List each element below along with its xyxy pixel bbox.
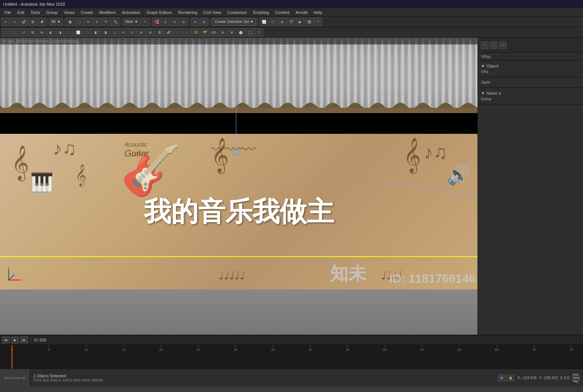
object-section-header[interactable]: ▼ Object xyxy=(481,63,580,69)
toolbar2-btn29[interactable]: ? xyxy=(255,28,263,37)
menu-group[interactable]: Group xyxy=(43,9,61,15)
panel-plus-btn[interactable]: + xyxy=(481,41,488,49)
toolbar2-btn5[interactable]: ⊕ xyxy=(38,28,46,37)
menu-civil-view[interactable]: Civil View xyxy=(200,9,224,15)
toolbar2-btn4[interactable]: ⊞ xyxy=(29,28,37,37)
menu-customize[interactable]: Customize xyxy=(224,9,250,15)
next-frame-btn[interactable]: ⏭ xyxy=(20,337,28,343)
id-watermark: ID: 1181766146 xyxy=(376,272,477,286)
percent-snap[interactable]: % xyxy=(170,18,179,26)
toolbar2-btn16[interactable]: ⊚ xyxy=(137,28,145,37)
sep5 xyxy=(189,18,190,26)
sep6 xyxy=(210,18,210,26)
help-button[interactable]: ? xyxy=(314,18,322,26)
lock-button[interactable]: 🔒 xyxy=(507,375,514,381)
object-section: ▼ Object VRa xyxy=(478,61,583,77)
add-time-tag-btn[interactable]: Add Time Tag xyxy=(572,375,580,381)
toolbar2-btn11[interactable]: ◧ xyxy=(92,28,100,37)
banner-content: 𝄞 ♪♫ 🎹 𝄞 🎸 〰〰〰 𝄞 𝄞 ♪♫ 🔊 ♩♩♩♩♩ ♩♩♩♩ xyxy=(0,134,477,289)
toolbar2-btn3[interactable]: ↺ xyxy=(20,28,28,37)
snap-toggle[interactable]: 🧲 xyxy=(152,18,161,26)
toolbar2-btn2[interactable]: ⬛ xyxy=(11,28,19,37)
toolbar2-btn27[interactable]: ⬤ xyxy=(237,28,245,37)
toolbar2-btn17[interactable]: ⊛ xyxy=(146,28,155,37)
toolbar2-btn23[interactable]: 🌱 xyxy=(200,28,209,37)
redo-button[interactable]: ↪ xyxy=(11,18,19,26)
menu-graph-editors[interactable]: Graph Editors xyxy=(144,9,175,15)
panel-square-btn[interactable]: □ xyxy=(499,41,506,49)
toolbar2-btn22[interactable]: 🌿 xyxy=(191,28,200,37)
toolbar2-btn28[interactable]: ◯ xyxy=(246,28,254,37)
material-editor[interactable]: ◈ xyxy=(278,18,286,26)
viewport[interactable]: [+] [Am_002] [User Defined] [Default Sha… xyxy=(0,38,477,335)
toolbar2-btn8[interactable]: ⛬ xyxy=(65,28,73,37)
play-btn[interactable]: ▶ xyxy=(11,337,19,343)
toolbar2-btn14[interactable]: ☀ xyxy=(119,28,127,37)
sep4 xyxy=(150,18,151,26)
view-dropdown[interactable]: View ▼ xyxy=(123,18,140,26)
view-options-button[interactable]: + xyxy=(141,18,149,26)
link-button[interactable]: 🔗 xyxy=(20,18,28,26)
menu-views[interactable]: Views xyxy=(61,9,78,15)
toolbar2-btn18[interactable]: ⦿ xyxy=(155,28,164,37)
angle-snap[interactable]: ∠ xyxy=(161,18,170,26)
timeline-playhead[interactable] xyxy=(12,345,12,369)
menu-modifiers[interactable]: Modifiers xyxy=(96,9,119,15)
toolbar2-btn19[interactable]: 🔗 xyxy=(164,28,173,37)
timeline-label: 20 xyxy=(159,348,163,352)
toolbar2-btn24[interactable]: HD xyxy=(210,28,218,37)
render-setup[interactable]: 🎬 xyxy=(287,18,295,26)
name-section-header[interactable]: ▼ Name a xyxy=(481,90,580,96)
toolbar2-btn9[interactable]: ⬜ xyxy=(74,28,82,37)
render-frame[interactable]: 🖼 xyxy=(305,18,313,26)
mirror-button[interactable]: ⇔ xyxy=(191,18,199,26)
schematic-view[interactable]: ⬡ xyxy=(269,18,277,26)
menu-rendering[interactable]: Rendering xyxy=(175,9,200,15)
menu-help[interactable]: Help xyxy=(311,9,325,15)
toolbar2-btn7[interactable]: ◑ xyxy=(56,28,64,37)
menu-file[interactable]: File xyxy=(2,9,14,15)
toolbar2-btn12[interactable]: ◨ xyxy=(101,28,109,37)
toolbar2-btn1[interactable]: ⬚ xyxy=(2,28,10,37)
toolbar2-btn20[interactable]: ↑ xyxy=(173,28,182,37)
toolbar2-btn13[interactable]: △ xyxy=(110,28,118,37)
spinner-snap[interactable]: ◎ xyxy=(179,18,188,26)
grid-button[interactable]: ⊞ xyxy=(498,375,506,381)
menu-create[interactable]: Create xyxy=(78,9,96,15)
render-button[interactable]: ▶ xyxy=(296,18,304,26)
timeline-ruler[interactable]: 051015202530354045505560657075 xyxy=(0,345,583,369)
menu-edit[interactable]: Edit xyxy=(14,9,28,15)
curve-editor[interactable]: 📈 xyxy=(260,18,268,26)
maxscript-label[interactable]: MAXScript Mil xyxy=(0,369,30,387)
menu-scripting[interactable]: Scripting xyxy=(250,9,272,15)
toolbar2-btn10[interactable]: ⬛ xyxy=(83,28,91,37)
select-button[interactable]: ▣ xyxy=(66,18,74,26)
ref-coord-button[interactable]: 🔧 xyxy=(111,18,119,26)
lorem-text: LOREM X xyxy=(130,152,147,156)
scale-button[interactable]: ⇱ xyxy=(102,18,110,26)
rotate-button[interactable]: ↻ xyxy=(93,18,101,26)
create-selection-set[interactable]: Create Selection Set ▼ xyxy=(212,18,256,26)
toolbar2-btn26[interactable]: ⊗ xyxy=(228,28,236,37)
chevron-down-icon: ▼ xyxy=(481,64,485,68)
toolbar2-btn6[interactable]: ◐ xyxy=(47,28,55,37)
align-button[interactable]: ⊟ xyxy=(200,18,208,26)
panel-circle-btn[interactable]: ○ xyxy=(490,41,497,49)
svg-rect-4 xyxy=(0,38,477,113)
toolbar2-btn21[interactable]: ↓ xyxy=(182,28,191,37)
scene-content: 𝄞 ♪♫ 🎹 𝄞 🎸 〰〰〰 𝄞 𝄞 ♪♫ 🔊 ♩♩♩♩♩ ♩♩♩♩ xyxy=(0,38,477,335)
filter-dropdown[interactable]: All ▼ xyxy=(49,18,63,26)
unlink-button[interactable]: ⛓ xyxy=(29,18,37,26)
toolbar2-btn25[interactable]: ⊗ xyxy=(219,28,227,37)
menu-arnold[interactable]: Arnold xyxy=(292,9,311,15)
select-region-button[interactable]: ⬚ xyxy=(75,18,83,26)
menu-animation[interactable]: Animation xyxy=(119,9,144,15)
bind-button[interactable]: ⚡ xyxy=(38,18,46,26)
move-button[interactable]: ✛ xyxy=(84,18,92,26)
undo-button[interactable]: ↩ xyxy=(2,18,10,26)
menu-content[interactable]: Content xyxy=(272,9,293,15)
prev-frame-btn[interactable]: ⏮ xyxy=(2,337,10,343)
status-bar: MAXScript Mil 1 Object Selected Click an… xyxy=(0,369,583,387)
toolbar2-btn15[interactable]: ⊙ xyxy=(128,28,136,37)
menu-tools[interactable]: Tools xyxy=(28,9,43,15)
